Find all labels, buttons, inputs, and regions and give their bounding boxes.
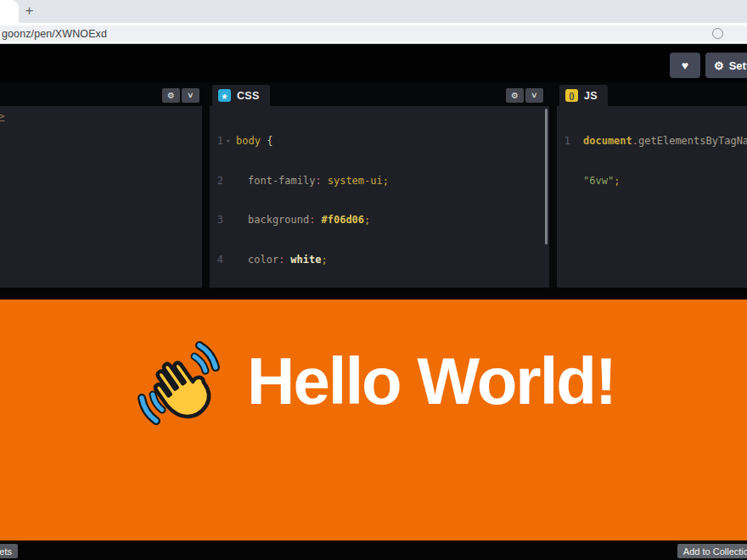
- css-tab-label: CSS: [237, 90, 260, 102]
- heart-icon: ♥: [682, 59, 688, 71]
- hello-world-text: Hello World!: [247, 348, 615, 421]
- html-editor-panel: ⚙ ∨ >: [0, 82, 202, 288]
- js-code-line-wrapped: "6vw";: [557, 175, 747, 188]
- js-code-editor[interactable]: 1document.getElementsByTagName("h1" "6vw…: [557, 106, 747, 288]
- css-code-line: 2font-family:system-ui;: [210, 175, 549, 188]
- result-preview: Hello World!: [0, 300, 747, 540]
- codepen-header: ♥ ⚙ Settings: [0, 44, 747, 82]
- settings-button[interactable]: ⚙ Settings: [705, 53, 747, 78]
- js-tab-label: JS: [584, 90, 598, 102]
- browser-toolbar: goonz/pen/XWNOExd: [0, 23, 747, 44]
- new-tab-button[interactable]: +: [22, 4, 37, 19]
- html-panel-collapse-button[interactable]: ∨: [182, 88, 199, 103]
- gear-icon: ⚙: [511, 92, 519, 100]
- editor-area: ⚙ ∨ > * CSS ⚙ ∨ 1▾body {: [0, 82, 747, 288]
- fold-arrow-icon[interactable]: ▾: [223, 135, 236, 148]
- chevron-down-icon: ∨: [531, 92, 538, 99]
- gear-icon: ⚙: [714, 60, 724, 71]
- chevron-down-icon: ∨: [187, 92, 194, 99]
- js-tab[interactable]: () JS: [559, 85, 608, 106]
- js-code-line: 1document.getElementsByTagName("h1": [557, 135, 747, 148]
- css-editor-panel: * CSS ⚙ ∨ 1▾body { 2font-family:system-u…: [210, 82, 549, 288]
- html-code-fragment: >: [0, 109, 5, 122]
- css-code-line: 1▾body {: [210, 135, 549, 148]
- url-text[interactable]: goonz/pen/XWNOExd: [2, 28, 107, 40]
- css-panel-collapse-button[interactable]: ∨: [525, 88, 543, 103]
- browser-active-tab[interactable]: ×: [0, 0, 19, 23]
- css-code-editor[interactable]: 1▾body { 2font-family:system-ui; 3backgr…: [210, 106, 549, 288]
- gear-icon: ⚙: [167, 92, 175, 100]
- css-icon: *: [218, 89, 231, 102]
- js-icon: (): [565, 89, 578, 102]
- html-code-editor[interactable]: >: [0, 106, 202, 288]
- hello-heading: Hello World!: [0, 300, 747, 432]
- editor-footer: Assets Add to Collection: [0, 540, 747, 560]
- browser-tab-strip: × +: [0, 0, 747, 23]
- browser-toolbar-icon[interactable]: [712, 28, 723, 39]
- js-editor-panel: () JS 1document.getElementsByTagName("h1…: [557, 82, 747, 288]
- like-button[interactable]: ♥: [670, 53, 700, 78]
- add-to-collection-button[interactable]: Add to Collection: [677, 544, 747, 558]
- css-panel-settings-button[interactable]: ⚙: [506, 88, 524, 103]
- assets-button[interactable]: Assets: [0, 544, 18, 558]
- html-panel-settings-button[interactable]: ⚙: [162, 88, 180, 103]
- css-code-line: 4color:white;: [210, 254, 549, 267]
- waving-hand-emoji: [132, 337, 227, 432]
- settings-label: Settings: [729, 59, 747, 72]
- panel-divider[interactable]: [0, 288, 747, 300]
- css-editor-scrollbar[interactable]: [545, 109, 548, 244]
- css-code-line: 3background:#f06d06;: [210, 214, 549, 227]
- css-tab[interactable]: * CSS: [212, 85, 270, 106]
- address-bar[interactable]: goonz/pen/XWNOExd: [0, 25, 747, 42]
